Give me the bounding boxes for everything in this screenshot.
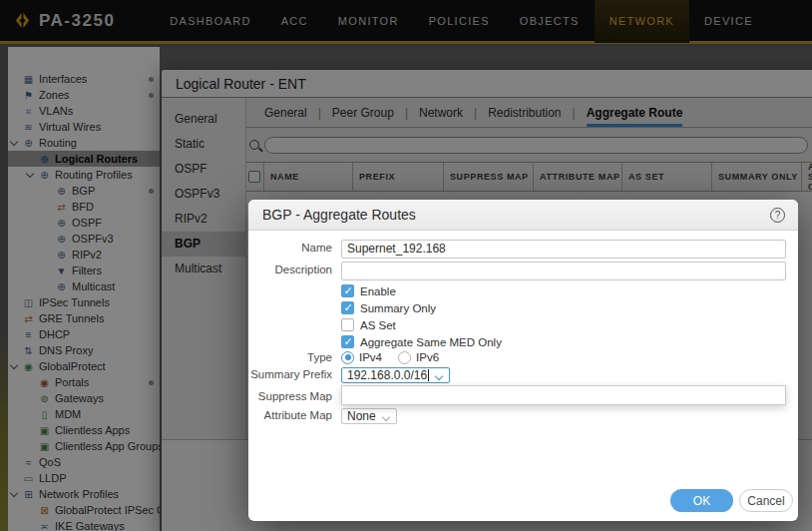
text-cursor — [428, 369, 429, 381]
attribute-map-field[interactable]: None — [341, 408, 397, 424]
as-set-checkbox[interactable] — [341, 318, 354, 331]
summary-only-checkbox[interactable] — [341, 301, 354, 314]
help-icon[interactable]: ? — [770, 208, 785, 223]
attribute-map-label: Attribute Map — [248, 406, 339, 425]
enable-label: Enable — [360, 285, 396, 297]
ipv4-label: IPv4 — [359, 350, 382, 364]
summary-only-label: Summary Only — [360, 302, 436, 314]
description-row: Description — [248, 261, 798, 280]
chevron-down-icon[interactable] — [383, 414, 390, 421]
enable-row: Enable — [341, 283, 396, 298]
chevron-down-icon[interactable] — [436, 373, 443, 380]
name-field[interactable] — [341, 240, 786, 259]
cancel-button[interactable]: Cancel — [739, 489, 793, 512]
name-row: Name — [248, 239, 798, 259]
ipv4-radio[interactable] — [341, 351, 354, 364]
ipv6-label: IPv6 — [416, 350, 439, 364]
summary-prefix-dropdown[interactable] — [341, 385, 786, 405]
summary-prefix-row: Summary Prefix 192.168.0.0/16 — [248, 365, 798, 384]
description-label: Description — [248, 261, 339, 280]
ipv6-radio[interactable] — [398, 351, 411, 364]
description-field[interactable] — [341, 262, 786, 280]
as-set-label: AS Set — [360, 319, 396, 331]
suppress-map-label: Suppress Map — [248, 387, 339, 406]
modal-header: BGP - Aggregate Routes ? — [248, 200, 798, 231]
attribute-map-row: Attribute Map None — [248, 406, 798, 425]
screen: PA-3250 DASHBOARD ACC MONITOR POLICIES O… — [0, 0, 812, 531]
aggregate-same-med-only-row: Aggregate Same MED Only — [341, 334, 502, 349]
type-label: Type — [248, 350, 339, 364]
enable-checkbox[interactable] — [341, 284, 354, 297]
aggregate-same-med-only-checkbox[interactable] — [341, 335, 354, 348]
as-set-row: AS Set — [341, 317, 396, 332]
bgp-aggregate-routes-modal: BGP - Aggregate Routes ? Name Descriptio… — [248, 200, 798, 521]
summary-prefix-label: Summary Prefix — [248, 365, 339, 384]
name-label: Name — [248, 239, 339, 259]
modal-title: BGP - Aggregate Routes — [262, 207, 770, 223]
summary-only-row: Summary Only — [341, 300, 436, 315]
ok-button[interactable]: OK — [670, 489, 733, 512]
summary-prefix-field[interactable]: 192.168.0.0/16 — [341, 367, 450, 383]
type-row: Type IPv4 IPv6 — [248, 350, 798, 364]
aggregate-same-med-only-label: Aggregate Same MED Only — [360, 336, 502, 348]
